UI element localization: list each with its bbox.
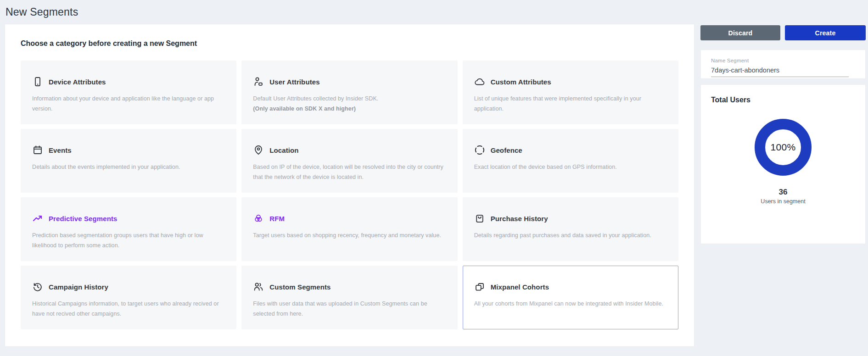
category-card-location[interactable]: LocationBased on IP of the device, locat… <box>241 129 457 193</box>
category-title: Device Attributes <box>49 78 106 86</box>
venn-icon <box>253 213 264 224</box>
category-title: Purchase History <box>491 215 548 222</box>
total-users-card: Total Users 100% 36 Users in segment <box>700 84 866 244</box>
category-description: All your cohorts from Mixpanel can now b… <box>474 299 667 309</box>
page-title: New Segments <box>6 6 78 18</box>
category-card-custom-segments[interactable]: Custom SegmentsFiles with user data that… <box>241 266 457 329</box>
category-title: Mixpanel Cohorts <box>491 283 549 291</box>
category-description: Details regarding past purchases and dat… <box>474 231 667 241</box>
category-title: Predictive Segments <box>49 215 117 222</box>
category-description: Details about the events implemented in … <box>32 162 225 172</box>
name-segment-card: Name Segment <box>700 50 866 79</box>
calendar-icon <box>32 145 43 156</box>
category-description: Historical Campaigns information, to tar… <box>32 299 225 319</box>
category-panel: Choose a category before creating a new … <box>5 24 694 347</box>
category-card-events[interactable]: EventsDetails about the events implement… <box>21 129 236 193</box>
category-title: RFM <box>269 215 285 222</box>
category-card-mixpanel-cohorts[interactable]: Mixpanel CohortsAll your cohorts from Mi… <box>463 266 678 329</box>
category-title: Custom Segments <box>269 283 330 291</box>
users-count-caption: Users in segment <box>711 198 855 205</box>
category-card-campaign-history[interactable]: Campaign HistoryHistorical Campaigns inf… <box>21 266 236 329</box>
sidebar: Discard Create Name Segment Total Users … <box>700 25 866 244</box>
category-grid: Device AttributesInformation about your … <box>21 61 678 329</box>
category-card-header: Geofence <box>474 144 667 156</box>
user-badge-icon <box>253 76 264 87</box>
category-card-header: Mixpanel Cohorts <box>474 281 667 293</box>
total-users-donut-chart: 100% <box>755 119 812 176</box>
discard-button[interactable]: Discard <box>700 25 780 40</box>
section-heading: Choose a category before creating a new … <box>21 39 694 48</box>
create-button[interactable]: Create <box>785 25 866 40</box>
category-title: Custom Attributes <box>491 78 551 86</box>
crosshair-icon <box>474 145 485 156</box>
category-card-header: RFM <box>253 212 446 224</box>
action-buttons: Discard Create <box>700 25 866 40</box>
users-count: 36 <box>711 188 855 197</box>
category-card-header: Custom Attributes <box>474 76 667 88</box>
shopping-bag-icon <box>474 213 485 224</box>
category-description: Files with user data that was uploaded i… <box>253 299 446 319</box>
category-card-header: Custom Segments <box>253 281 446 293</box>
category-card-user-attributes[interactable]: User AttributesDefault User Attributes c… <box>241 61 457 124</box>
category-card-purchase-history[interactable]: Purchase HistoryDetails regarding past p… <box>463 197 678 261</box>
trend-up-icon <box>32 213 43 224</box>
category-title: Location <box>269 146 298 154</box>
category-card-header: Events <box>32 144 225 156</box>
category-card-custom-attributes[interactable]: Custom AttributesList of unique features… <box>463 61 678 124</box>
history-clock-icon <box>32 281 43 292</box>
category-description: Based on IP of the device, location will… <box>253 162 446 183</box>
category-description: Prediction based segmentation groups use… <box>32 231 225 251</box>
category-title: User Attributes <box>269 78 319 86</box>
category-card-rfm[interactable]: RFMTarget users based on shopping recenc… <box>241 197 457 261</box>
category-description: Information about your device and applic… <box>32 94 225 114</box>
category-card-header: Device Attributes <box>32 76 225 88</box>
category-card-header: User Attributes <box>253 76 446 88</box>
category-card-geofence[interactable]: GeofenceExact location of the device bas… <box>463 129 678 193</box>
category-title: Geofence <box>491 146 522 154</box>
category-card-header: Purchase History <box>474 212 667 224</box>
name-segment-label: Name Segment <box>711 58 849 63</box>
cohorts-overlap-icon <box>474 281 485 292</box>
category-card-device-attributes[interactable]: Device AttributesInformation about your … <box>21 61 236 124</box>
category-card-header: Campaign History <box>32 281 225 293</box>
tablet-icon <box>32 76 43 87</box>
category-title: Campaign History <box>49 283 108 291</box>
map-pin-icon <box>253 145 264 156</box>
cloud-icon <box>474 76 485 87</box>
category-description: Target users based on shopping recency, … <box>253 231 446 241</box>
donut-percent-label: 100% <box>771 142 796 153</box>
category-description: Exact location of the device based on GP… <box>474 162 667 172</box>
category-title: Events <box>49 146 72 154</box>
name-segment-input[interactable] <box>711 67 849 77</box>
total-users-title: Total Users <box>711 96 855 104</box>
category-description: List of unique features that were implem… <box>474 94 667 114</box>
category-description: Default User Attributes collected by Ins… <box>253 94 446 114</box>
category-card-header: Location <box>253 144 446 156</box>
category-card-header: Predictive Segments <box>32 212 225 224</box>
people-icon <box>253 281 264 292</box>
category-card-predictive-segments[interactable]: Predictive SegmentsPrediction based segm… <box>21 197 236 261</box>
category-description-note: (Only available on SDK X and higher) <box>253 104 446 114</box>
